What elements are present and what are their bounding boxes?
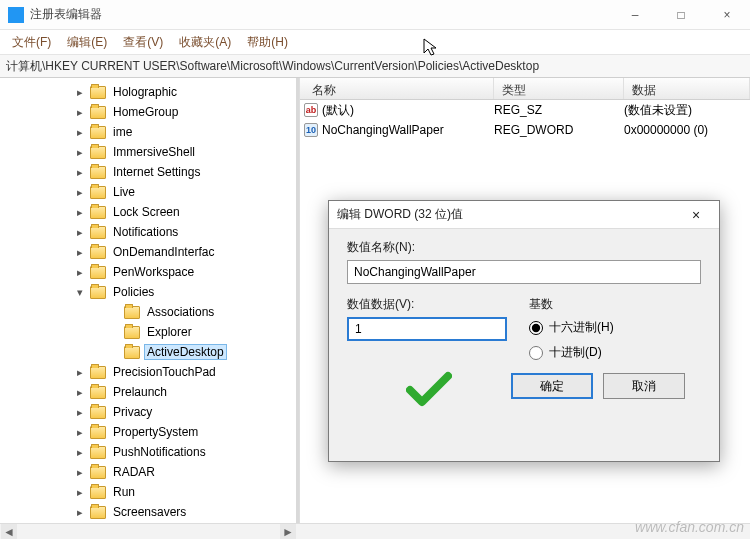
value-name: NoChangingWallPaper: [322, 123, 444, 137]
tree-label: Holographic: [110, 84, 180, 100]
list-row[interactable]: ab(默认)REG_SZ(数值未设置): [300, 100, 750, 120]
value-type: REG_DWORD: [494, 123, 624, 137]
tree-node-immersiveshell[interactable]: ▸ImmersiveShell: [4, 142, 296, 162]
folder-icon: [90, 366, 106, 379]
radio-hex[interactable]: 十六进制(H): [529, 319, 614, 336]
address-bar[interactable]: 计算机\HKEY CURRENT USER\Software\Microsoft…: [0, 54, 750, 78]
column-name[interactable]: 名称: [304, 78, 494, 99]
chevron-right-icon[interactable]: ▸: [72, 266, 88, 279]
tree-label: ime: [110, 124, 135, 140]
tree-node-screensavers[interactable]: ▸Screensavers: [4, 502, 296, 522]
base-label: 基数: [529, 296, 614, 313]
tree-node-activedesktop[interactable]: ActiveDesktop: [4, 342, 296, 362]
close-button[interactable]: ×: [704, 0, 750, 30]
radio-dec-input[interactable]: [529, 346, 543, 360]
tree-node-homegroup[interactable]: ▸HomeGroup: [4, 102, 296, 122]
cancel-button[interactable]: 取消: [603, 373, 685, 399]
tree-node-privacy[interactable]: ▸Privacy: [4, 402, 296, 422]
minimize-button[interactable]: –: [612, 0, 658, 30]
list-row[interactable]: 10NoChangingWallPaperREG_DWORD0x00000000…: [300, 120, 750, 140]
name-input[interactable]: [347, 260, 701, 284]
tree-node-penworkspace[interactable]: ▸PenWorkspace: [4, 262, 296, 282]
tree-node-lock-screen[interactable]: ▸Lock Screen: [4, 202, 296, 222]
tree-node-notifications[interactable]: ▸Notifications: [4, 222, 296, 242]
tree-node-precisiontouchpad[interactable]: ▸PrecisionTouchPad: [4, 362, 296, 382]
menu-favorites[interactable]: 收藏夹(A): [173, 32, 237, 53]
chevron-right-icon[interactable]: ▸: [72, 406, 88, 419]
dword-value-icon: 10: [304, 123, 318, 137]
tree-node-pushnotifications[interactable]: ▸PushNotifications: [4, 442, 296, 462]
chevron-right-icon[interactable]: ▸: [72, 166, 88, 179]
tree-label: PropertySystem: [110, 424, 201, 440]
chevron-right-icon[interactable]: ▸: [72, 126, 88, 139]
dialog-body: 数值名称(N): 数值数据(V): 基数 十六进制(H) 十进制(D): [329, 229, 719, 399]
chevron-right-icon[interactable]: ▸: [72, 506, 88, 519]
maximize-button[interactable]: □: [658, 0, 704, 30]
folder-icon: [90, 506, 106, 519]
tree-node-internet-settings[interactable]: ▸Internet Settings: [4, 162, 296, 182]
tree-node-ime[interactable]: ▸ime: [4, 122, 296, 142]
folder-icon: [90, 386, 106, 399]
chevron-right-icon[interactable]: ▸: [72, 386, 88, 399]
window-title: 注册表编辑器: [30, 6, 612, 23]
tree-node-live[interactable]: ▸Live: [4, 182, 296, 202]
chevron-right-icon[interactable]: ▸: [72, 466, 88, 479]
folder-icon: [124, 346, 140, 359]
folder-icon: [90, 446, 106, 459]
radio-hex-input[interactable]: [529, 321, 543, 335]
tree-node-holographic[interactable]: ▸Holographic: [4, 82, 296, 102]
chevron-right-icon[interactable]: ▸: [72, 86, 88, 99]
dialog-close-button[interactable]: ×: [681, 203, 711, 227]
ok-button[interactable]: 确定: [511, 373, 593, 399]
tree-pane[interactable]: ▸Holographic▸HomeGroup▸ime▸ImmersiveShel…: [0, 78, 296, 523]
tree-label: Policies: [110, 284, 157, 300]
value-data: 0x00000000 (0): [624, 123, 750, 137]
tree-node-radar[interactable]: ▸RADAR: [4, 462, 296, 482]
chevron-right-icon[interactable]: ▸: [72, 146, 88, 159]
folder-icon: [124, 306, 140, 319]
tree-label: Internet Settings: [110, 164, 203, 180]
edit-dword-dialog: 编辑 DWORD (32 位)值 × 数值名称(N): 数值数据(V): 基数 …: [328, 200, 720, 462]
chevron-right-icon[interactable]: ▸: [72, 186, 88, 199]
chevron-right-icon[interactable]: ▸: [72, 426, 88, 439]
menu-file[interactable]: 文件(F): [6, 32, 57, 53]
hscroll-left-icon[interactable]: ◄: [1, 524, 17, 539]
column-data[interactable]: 数据: [624, 78, 750, 99]
menu-view[interactable]: 查看(V): [117, 32, 169, 53]
tree-node-explorer[interactable]: Explorer: [4, 322, 296, 342]
folder-icon: [124, 326, 140, 339]
chevron-right-icon[interactable]: ▸: [72, 446, 88, 459]
column-type[interactable]: 类型: [494, 78, 624, 99]
folder-icon: [90, 486, 106, 499]
dialog-titlebar[interactable]: 编辑 DWORD (32 位)值 ×: [329, 201, 719, 229]
tree-node-prelaunch[interactable]: ▸Prelaunch: [4, 382, 296, 402]
radio-dec[interactable]: 十进制(D): [529, 344, 614, 361]
menubar: 文件(F) 编辑(E) 查看(V) 收藏夹(A) 帮助(H): [0, 30, 750, 54]
folder-icon: [90, 286, 106, 299]
menu-edit[interactable]: 编辑(E): [61, 32, 113, 53]
value-data: (数值未设置): [624, 102, 750, 119]
tree-node-ondemandinterfac[interactable]: ▸OnDemandInterfac: [4, 242, 296, 262]
list-header: 名称 类型 数据: [300, 78, 750, 100]
data-input[interactable]: [347, 317, 507, 341]
tree-node-policies[interactable]: ▾Policies: [4, 282, 296, 302]
chevron-down-icon[interactable]: ▾: [72, 286, 88, 299]
chevron-right-icon[interactable]: ▸: [72, 206, 88, 219]
chevron-right-icon[interactable]: ▸: [72, 366, 88, 379]
tree-node-run[interactable]: ▸Run: [4, 482, 296, 502]
chevron-right-icon[interactable]: ▸: [72, 246, 88, 259]
string-value-icon: ab: [304, 103, 318, 117]
hscroll-right-icon[interactable]: ►: [280, 524, 296, 539]
folder-icon: [90, 106, 106, 119]
tree-label: Run: [110, 484, 138, 500]
folder-icon: [90, 86, 106, 99]
chevron-right-icon[interactable]: ▸: [72, 226, 88, 239]
menu-help[interactable]: 帮助(H): [241, 32, 294, 53]
tree-label: PrecisionTouchPad: [110, 364, 219, 380]
tree-node-propertysystem[interactable]: ▸PropertySystem: [4, 422, 296, 442]
chevron-right-icon[interactable]: ▸: [72, 486, 88, 499]
tree-node-associations[interactable]: Associations: [4, 302, 296, 322]
value-name: (默认): [322, 102, 354, 119]
tree-label: ImmersiveShell: [110, 144, 198, 160]
chevron-right-icon[interactable]: ▸: [72, 106, 88, 119]
